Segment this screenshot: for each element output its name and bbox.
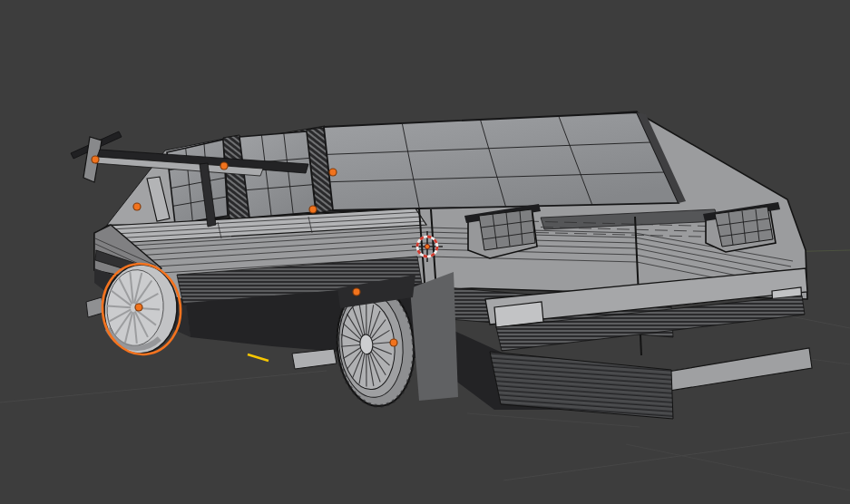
object-origin-dot[interactable]: [93, 157, 99, 163]
viewport-canvas[interactable]: [0, 0, 850, 504]
object-origin-dot[interactable]: [391, 340, 397, 346]
object-origin-dot[interactable]: [330, 170, 337, 176]
object-origin-dot[interactable]: [354, 289, 360, 296]
object-origin-dot[interactable]: [221, 163, 228, 170]
left-mirror-face: [479, 209, 535, 250]
object-origin-dot[interactable]: [136, 305, 142, 311]
viewport-svg[interactable]: [0, 0, 850, 504]
main-glass[interactable]: [324, 112, 679, 210]
object-origin-dot[interactable]: [134, 204, 141, 210]
quarter-window[interactable]: [167, 140, 228, 224]
object-origin-dot[interactable]: [310, 207, 317, 213]
